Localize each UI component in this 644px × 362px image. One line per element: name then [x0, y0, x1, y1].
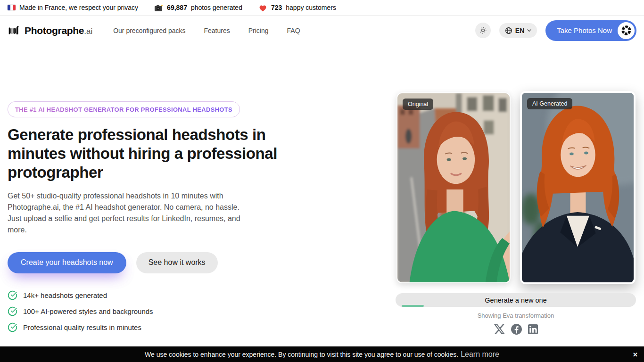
language-code: EN — [515, 27, 524, 34]
nav-item-features[interactable]: Features — [204, 27, 230, 34]
photos-count: 69,887 — [167, 4, 187, 11]
heart-icon — [258, 4, 267, 12]
customers-label: happy customers — [286, 4, 336, 11]
chevron-down-icon — [527, 29, 531, 32]
take-photos-now-button[interactable]: Take Photos Now — [545, 20, 636, 41]
see-how-it-works-button[interactable]: See how it works — [136, 252, 218, 273]
brand-suffix: .ai — [84, 27, 92, 36]
photos-label: photos generated — [191, 4, 242, 11]
language-selector[interactable]: EN — [499, 23, 537, 38]
hero-cta-row: Create your headshots now See how it wor… — [8, 252, 319, 273]
generate-new-one-button[interactable]: Generate a new one — [396, 293, 636, 307]
linkedin-icon — [528, 324, 538, 335]
globe-icon — [505, 27, 512, 34]
ai-generated-photo-card: AI Generated — [520, 91, 636, 284]
original-photo-card: Original — [396, 92, 511, 283]
brand-logo[interactable]: Photographe.ai — [8, 25, 92, 37]
take-photos-now-label: Take Photos Now — [557, 26, 612, 34]
checklist-item: Professional quality results in minutes — [8, 322, 319, 332]
main-nav: Our preconfigured packs Features Pricing… — [113, 27, 300, 34]
check-circle-icon — [8, 290, 17, 300]
shutter-icon — [618, 22, 635, 39]
cookie-message: We use cookies to enhance your experienc… — [145, 351, 458, 358]
bellows-camera-logo-icon — [8, 25, 20, 37]
top-announcement-bar: Made in France, we respect your privacy … — [0, 0, 644, 16]
share-facebook-button[interactable] — [511, 323, 522, 335]
check-circle-icon — [8, 306, 17, 316]
main-header: Photographe.ai Our preconfigured packs F… — [0, 16, 644, 45]
ai-generated-photo — [522, 93, 634, 282]
made-in-france: Made in France, we respect your privacy — [8, 4, 138, 11]
cookie-close-icon[interactable]: ✕ — [633, 351, 638, 357]
nav-item-faq[interactable]: FAQ — [287, 27, 300, 34]
photos-generated-stat: 69,887 photos generated — [154, 4, 242, 12]
page: Made in France, we respect your privacy … — [0, 0, 644, 362]
share-linkedin-button[interactable] — [528, 324, 538, 335]
hero-description: Get 50+ studio-quality professional head… — [8, 190, 246, 236]
original-label: Original — [403, 99, 433, 110]
header-controls: EN Take Photos Now — [475, 20, 636, 41]
hero-checklist: 14k+ headshots generated 100+ AI-powered… — [8, 290, 319, 332]
made-in-text: Made in France, we respect your privacy — [19, 4, 138, 11]
happy-customers-stat: 723 happy customers — [258, 4, 336, 12]
brand-name: Photographe — [25, 25, 84, 36]
original-photo — [397, 93, 510, 282]
facebook-icon — [511, 323, 522, 335]
create-headshots-button[interactable]: Create your headshots now — [8, 252, 126, 273]
x-icon — [494, 324, 505, 335]
hero-badge-text: THE #1 AI HEADSHOT GENERATOR FOR PROFESS… — [15, 106, 232, 113]
ai-generated-label: AI Generated — [527, 98, 572, 109]
nav-item-pricing[interactable]: Pricing — [248, 27, 269, 34]
hero-section: THE #1 AI HEADSHOT GENERATOR FOR PROFESS… — [8, 101, 319, 332]
transformation-caption: Showing Eva transformation — [396, 312, 636, 319]
hero-title: Generate professional headshots in minut… — [8, 125, 319, 182]
theme-toggle-button[interactable] — [475, 23, 491, 38]
social-share-row — [396, 323, 636, 335]
share-x-button[interactable] — [494, 324, 505, 335]
cookie-banner: We use cookies to enhance your experienc… — [0, 346, 644, 362]
hero-badge: THE #1 AI HEADSHOT GENERATOR FOR PROFESS… — [8, 101, 240, 117]
nav-item-packs[interactable]: Our preconfigured packs — [113, 27, 185, 34]
checklist-item: 14k+ headshots generated — [8, 290, 319, 300]
camera-icon — [154, 4, 163, 12]
transformation-showcase: Original — [396, 91, 636, 341]
checklist-item: 100+ AI-powered styles and backgrounds — [8, 306, 319, 316]
cookie-learn-more-link[interactable]: Learn more — [461, 350, 499, 359]
generate-progress-bar — [402, 305, 424, 307]
customers-count: 723 — [271, 4, 282, 11]
sun-icon — [479, 26, 487, 34]
check-circle-icon — [8, 322, 17, 332]
france-flag-icon — [8, 5, 16, 10]
